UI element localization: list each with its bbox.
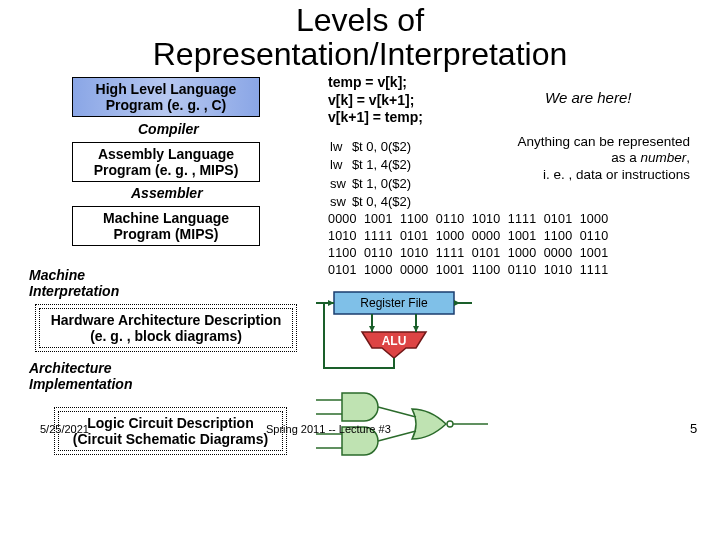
- box-hll-l1: High Level Language: [77, 81, 255, 97]
- mi-l2: Interpretation: [29, 283, 119, 299]
- box-hll-l2: Program (e. g. , C): [77, 97, 255, 113]
- box-ml-l2: Program (MIPS): [77, 226, 255, 242]
- slide-body: High Level Language Program (e. g. , C) …: [0, 71, 720, 540]
- svg-marker-7: [413, 326, 419, 332]
- svg-line-15: [378, 407, 416, 417]
- box-lc-l2: (Circuit Schematic Diagrams): [63, 431, 278, 447]
- title-line2: Representation/Interpretation: [0, 38, 720, 72]
- box-asm-l1: Assembly Language: [77, 146, 255, 162]
- svg-point-14: [447, 421, 453, 427]
- label-compiler: Compiler: [138, 121, 199, 137]
- asm-row: lw$t 0, 0($2): [330, 139, 415, 155]
- box-ml-l1: Machine Language: [77, 210, 255, 226]
- box-lc: Logic Circuit Description (Circuit Schem…: [58, 411, 283, 451]
- c-code: temp = v[k]; v[k] = v[k+1]; v[k+1] = tem…: [328, 74, 423, 127]
- regfile-text: Register File: [360, 296, 428, 310]
- box-ml: Machine Language Program (MIPS): [72, 206, 260, 246]
- box-lc-l1: Logic Circuit Description: [63, 415, 278, 431]
- asm-row: sw$t 1, 0($2): [330, 176, 415, 192]
- box-asm: Assembly Language Program (e. g. , MIPS): [72, 142, 260, 182]
- footer-center: Spring 2011 -- Lecture #3: [266, 423, 391, 435]
- box-hw-l1: Hardware Architecture Description: [44, 312, 288, 328]
- title-line1: Levels of: [0, 4, 720, 38]
- footer-date: 5/25/2021: [40, 423, 89, 435]
- asm-row: sw$t 0, 4($2): [330, 194, 415, 210]
- box-hw-l2: (e. g. , block diagrams): [44, 328, 288, 344]
- mi-l1: Machine: [29, 267, 119, 283]
- label-assembler: Assembler: [131, 185, 203, 201]
- c-l1: temp = v[k];: [328, 74, 423, 92]
- note-l3: i. e. , data or instructions: [470, 167, 690, 183]
- svg-marker-5: [369, 326, 375, 332]
- c-l2: v[k] = v[k+1];: [328, 92, 423, 110]
- box-hw: Hardware Architecture Description (e. g.…: [39, 308, 293, 348]
- svg-marker-2: [328, 300, 334, 306]
- label-arch-impl: Architecture Implementation: [29, 360, 132, 392]
- block-diagram: Register File ALU: [312, 288, 492, 378]
- label-machine-interp: Machine Interpretation: [29, 267, 119, 299]
- ai-l2: Implementation: [29, 376, 132, 392]
- asm-table: lw$t 0, 0($2) lw$t 1, 4($2) sw$t 1, 0($2…: [328, 137, 417, 212]
- note-l1: Anything can be represented: [470, 134, 690, 150]
- footer-page: 5: [690, 421, 697, 436]
- alu-text: ALU: [382, 334, 407, 348]
- we-are-here: We are here!: [545, 89, 631, 106]
- asm-row: lw$t 1, 4($2): [330, 157, 415, 173]
- note-l2: as a number,: [470, 150, 690, 166]
- note-number: Anything can be represented as a number,…: [470, 134, 690, 183]
- box-hll: High Level Language Program (e. g. , C): [72, 77, 260, 117]
- ai-l1: Architecture: [29, 360, 132, 376]
- binary-block: 0000 1001 1100 0110 1010 1111 0101 1000 …: [328, 211, 608, 279]
- box-asm-l2: Program (e. g. , MIPS): [77, 162, 255, 178]
- c-l3: v[k+1] = temp;: [328, 109, 423, 127]
